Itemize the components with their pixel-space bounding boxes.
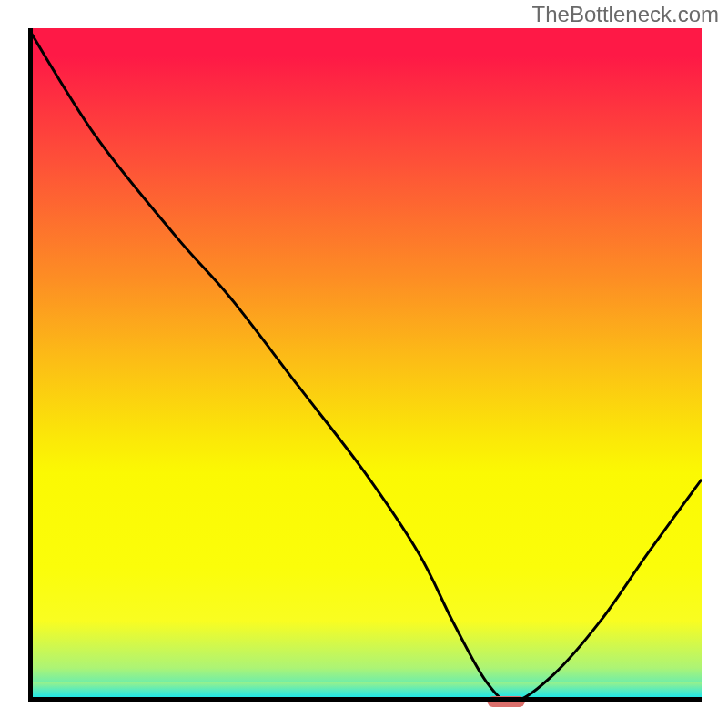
optimal-marker xyxy=(488,696,525,707)
watermark-text: TheBottleneck.com xyxy=(532,2,719,27)
green-zone-bar xyxy=(28,682,702,702)
plot-area xyxy=(28,28,702,702)
heatmap-gradient xyxy=(28,28,702,702)
